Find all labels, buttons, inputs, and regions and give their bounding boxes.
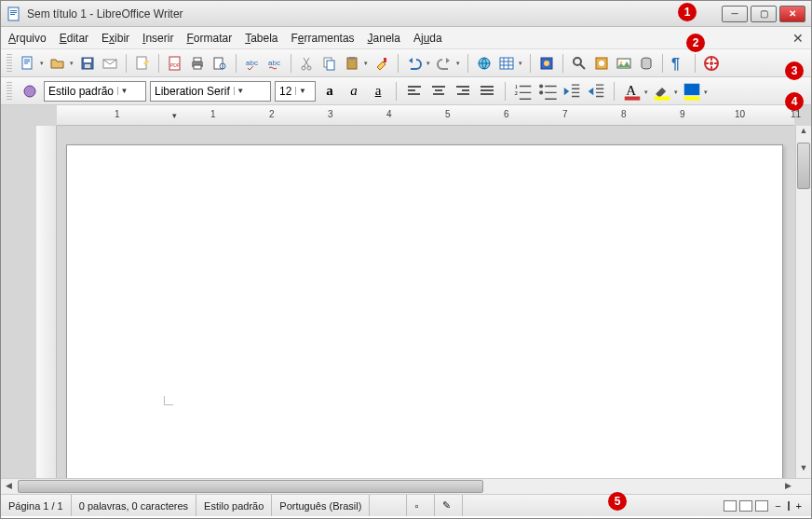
menu-editar[interactable]: Editar bbox=[60, 32, 88, 45]
gallery-button[interactable] bbox=[614, 53, 634, 74]
spellcheck-button[interactable]: abc bbox=[242, 53, 263, 74]
document-icon bbox=[7, 7, 21, 21]
background-color-button[interactable] bbox=[682, 81, 702, 102]
menu-ajuda[interactable]: Ajuda bbox=[413, 32, 442, 45]
svg-rect-3 bbox=[10, 14, 15, 15]
svg-point-38 bbox=[24, 86, 35, 97]
svg-point-37 bbox=[710, 61, 713, 65]
font-color-button[interactable]: A bbox=[622, 81, 643, 102]
svg-text:PDF: PDF bbox=[170, 62, 180, 68]
menu-janela[interactable]: Janela bbox=[368, 32, 400, 45]
zoom-slider[interactable] bbox=[788, 501, 790, 511]
menu-ferramentas[interactable]: Ferramentas bbox=[291, 32, 355, 45]
hyperlink-button[interactable] bbox=[474, 53, 494, 74]
save-button[interactable] bbox=[77, 53, 98, 74]
new-document-button[interactable] bbox=[18, 53, 38, 74]
status-style[interactable]: Estilo padrão bbox=[196, 495, 272, 516]
ruler-tick: 5 bbox=[445, 109, 451, 119]
zoom-in-button[interactable]: + bbox=[792, 500, 805, 512]
svg-rect-7 bbox=[85, 64, 90, 68]
find-replace-button[interactable] bbox=[569, 53, 589, 74]
scroll-right-icon[interactable]: ▶ bbox=[780, 479, 795, 494]
status-selection-mode[interactable]: ▫ bbox=[407, 495, 435, 516]
view-multi-page-icon[interactable] bbox=[739, 500, 752, 512]
data-sources-button[interactable] bbox=[636, 53, 656, 74]
menu-tabela[interactable]: Tabela bbox=[245, 32, 277, 45]
menu-arquivo[interactable]: Arquivo bbox=[8, 32, 47, 45]
view-single-page-icon[interactable] bbox=[724, 500, 737, 512]
show-draw-functions-button[interactable] bbox=[536, 53, 557, 74]
horizontal-ruler[interactable]: 1 ▾ 1 2 3 4 5 6 7 8 9 10 11 bbox=[57, 105, 794, 126]
edit-file-button[interactable] bbox=[132, 53, 153, 74]
highlight-button[interactable] bbox=[652, 81, 672, 102]
svg-rect-45 bbox=[655, 96, 670, 100]
align-right-button[interactable] bbox=[453, 81, 473, 102]
toolbar-grip[interactable] bbox=[7, 54, 12, 73]
svg-rect-47 bbox=[684, 96, 700, 100]
ruler-tick: 7 bbox=[562, 109, 568, 119]
numbering-button[interactable]: 12 bbox=[513, 81, 534, 102]
vertical-ruler[interactable] bbox=[36, 126, 57, 478]
status-word-count[interactable]: 0 palavras, 0 caracteres bbox=[72, 495, 196, 516]
paragraph-style-select[interactable]: Estilo padrão▼ bbox=[44, 81, 146, 102]
status-page[interactable]: Página 1 / 1 bbox=[1, 495, 72, 516]
bullets-button[interactable] bbox=[537, 81, 558, 102]
align-center-button[interactable] bbox=[428, 81, 449, 102]
font-size-select[interactable]: 12▼ bbox=[275, 81, 316, 102]
scroll-thumb[interactable] bbox=[18, 480, 483, 493]
svg-text:2: 2 bbox=[514, 89, 518, 96]
horizontal-scrollbar[interactable]: ◀ ▶ bbox=[1, 479, 795, 494]
open-button[interactable] bbox=[47, 53, 68, 74]
zoom-out-button[interactable]: − bbox=[771, 500, 784, 512]
decrease-indent-button[interactable] bbox=[562, 81, 582, 102]
align-justify-button[interactable] bbox=[477, 81, 497, 102]
increase-indent-button[interactable] bbox=[586, 81, 606, 102]
italic-button[interactable]: a bbox=[344, 81, 364, 102]
toolbar-grip[interactable] bbox=[7, 82, 12, 101]
export-pdf-button[interactable]: PDF bbox=[165, 53, 185, 74]
cut-button[interactable] bbox=[297, 53, 318, 74]
ruler-tick: 2 bbox=[269, 109, 275, 119]
navigator-button[interactable] bbox=[591, 53, 612, 74]
close-document-button[interactable]: ✕ bbox=[792, 31, 804, 46]
svg-rect-6 bbox=[84, 59, 91, 62]
menu-formatar[interactable]: Formatar bbox=[186, 32, 232, 45]
underline-button[interactable]: a bbox=[368, 81, 388, 102]
menu-exibir[interactable]: Exibir bbox=[102, 32, 129, 45]
bold-button[interactable]: a bbox=[319, 81, 340, 102]
ruler-tick: 10 bbox=[735, 109, 745, 119]
undo-button[interactable] bbox=[404, 53, 425, 74]
help-button[interactable] bbox=[701, 53, 722, 74]
view-book-icon[interactable] bbox=[755, 500, 768, 512]
align-left-button[interactable] bbox=[404, 81, 425, 102]
nonprinting-chars-button[interactable]: ¶ bbox=[669, 53, 689, 74]
vertical-scrollbar[interactable]: ▲ ▼ bbox=[795, 126, 811, 478]
annotation-3: 3 bbox=[785, 61, 804, 80]
copy-button[interactable] bbox=[319, 53, 340, 74]
font-name-select[interactable]: Liberation Serif▼ bbox=[150, 81, 271, 102]
scroll-thumb[interactable] bbox=[797, 143, 810, 189]
status-insert-mode[interactable] bbox=[370, 495, 407, 516]
styles-formatting-button[interactable] bbox=[20, 81, 40, 102]
maximize-button[interactable]: ▢ bbox=[751, 6, 777, 22]
scroll-down-icon[interactable]: ▼ bbox=[796, 463, 811, 478]
auto-spellcheck-button[interactable]: abc bbox=[264, 53, 285, 74]
format-paintbrush-button[interactable] bbox=[372, 53, 392, 74]
document-page[interactable] bbox=[66, 144, 783, 478]
table-button[interactable] bbox=[496, 53, 517, 74]
svg-rect-46 bbox=[684, 83, 700, 94]
scroll-up-icon[interactable]: ▲ bbox=[796, 126, 811, 141]
annotation-4: 4 bbox=[785, 92, 804, 111]
redo-button[interactable] bbox=[434, 53, 454, 74]
status-signature[interactable]: ✎ bbox=[435, 495, 463, 516]
minimize-button[interactable]: ─ bbox=[722, 6, 748, 22]
paste-button[interactable] bbox=[342, 53, 362, 74]
menu-inserir[interactable]: Inserir bbox=[142, 32, 173, 45]
print-preview-button[interactable] bbox=[210, 53, 230, 74]
email-button[interactable] bbox=[100, 53, 120, 74]
window-title: Sem título 1 - LibreOffice Writer bbox=[27, 7, 722, 20]
print-button[interactable] bbox=[187, 53, 208, 74]
scroll-left-icon[interactable]: ◀ bbox=[1, 479, 16, 494]
close-button[interactable]: ✕ bbox=[779, 6, 805, 22]
status-language[interactable]: Português (Brasil) bbox=[272, 495, 370, 516]
